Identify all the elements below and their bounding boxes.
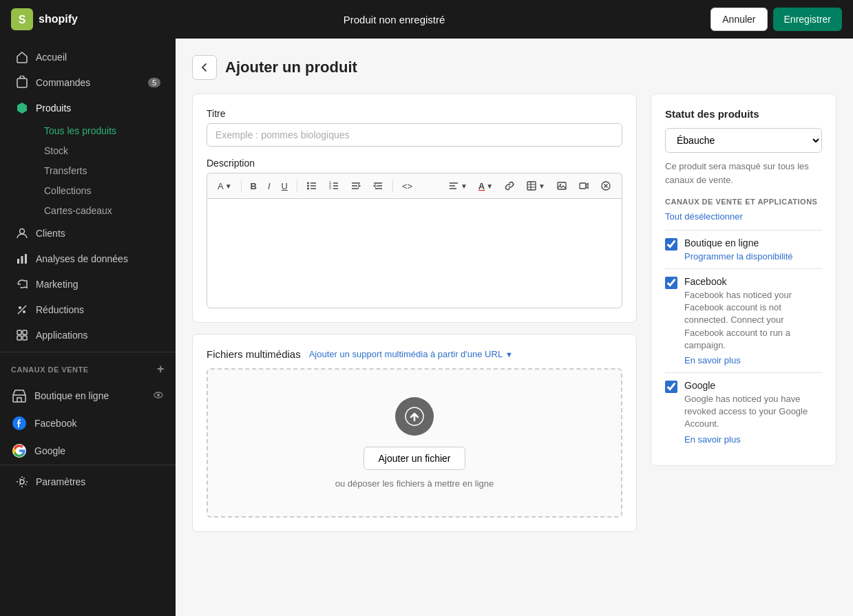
media-card: Fichiers multimédias Ajouter un support … (192, 334, 637, 532)
content-main: Titre Description A ▼ B I U (192, 94, 637, 532)
canaux-title: CANAUX DE VENTE ET APPLICATIONS (665, 198, 822, 206)
status-select[interactable]: Ébauche Actif (665, 128, 822, 153)
add-channel-icon[interactable]: + (157, 362, 165, 376)
upload-icon (395, 397, 434, 436)
sidebar-item-clients[interactable]: Clients (4, 221, 171, 246)
shopify-wordmark: shopify (39, 13, 78, 25)
sidebar-item-transferts[interactable]: Transferts (36, 161, 171, 180)
media-header: Fichiers multimédias Ajouter un support … (207, 348, 622, 360)
svg-rect-9 (17, 330, 21, 334)
facebook-channel-info: Facebook Facebook has noticed your Faceb… (684, 276, 822, 365)
media-url-link[interactable]: Ajouter un support multimédia à partir d… (309, 349, 513, 359)
shopify-logo-icon: S (11, 8, 33, 30)
outdent-btn[interactable] (346, 178, 366, 194)
facebook-checkbox[interactable] (665, 277, 677, 289)
sidebar-item-commandes[interactable]: Commandes 5 (4, 70, 171, 95)
sidebar-channel-google[interactable]: Google (0, 437, 176, 465)
sidebar-channel-boutique[interactable]: Boutique en ligne (0, 382, 176, 410)
toolbar-separator-3 (392, 179, 393, 193)
sidebar-item-stock[interactable]: Stock (36, 141, 171, 160)
upload-file-button[interactable]: Ajouter un fichier (364, 447, 465, 470)
text-color-btn[interactable]: A ▼ (474, 178, 498, 194)
sidebar-item-accueil[interactable]: Accueil (4, 45, 171, 70)
eye-icon[interactable] (152, 389, 165, 403)
back-button[interactable] (192, 55, 217, 80)
indent-btn[interactable] (368, 178, 388, 194)
underline-btn[interactable]: U (277, 178, 293, 194)
boutique-channel-name: Boutique en ligne (684, 237, 822, 248)
clear-btn[interactable] (596, 178, 616, 194)
svg-rect-26 (558, 182, 566, 189)
table-btn[interactable]: ▼ (521, 178, 550, 194)
sidebar-item-label: Applications (36, 330, 88, 341)
video-btn[interactable] (573, 178, 594, 194)
sidebar-item-label: Commandes (36, 77, 90, 88)
sidebar: Accueil Commandes 5 Produits Tous les pr… (0, 39, 176, 616)
boutique-availability-link[interactable]: Programmer la disponibilité (684, 251, 793, 262)
google-learn-more-link[interactable]: En savoir plus (684, 434, 741, 445)
svg-rect-28 (580, 183, 586, 189)
sidebar-item-analyses[interactable]: Analyses de données (4, 246, 171, 271)
svg-rect-12 (23, 336, 27, 340)
boutique-checkbox[interactable] (665, 238, 677, 251)
enregistrer-button[interactable]: Enregistrer (773, 8, 842, 31)
status-description: Ce produit sera masqué sur tous les cana… (665, 160, 822, 187)
svg-rect-10 (23, 330, 27, 334)
text-color-label: A (478, 181, 485, 191)
facebook-icon (11, 415, 28, 432)
titre-input[interactable] (207, 123, 622, 147)
content-grid: Titre Description A ▼ B I U (192, 94, 836, 532)
titre-description-card: Titre Description A ▼ B I U (192, 94, 637, 323)
chevron-color-icon: ▼ (486, 182, 493, 190)
sidebar-item-cartes[interactable]: Cartes-cadeaux (36, 201, 171, 220)
channel-row-facebook: Facebook Facebook has noticed your Faceb… (665, 268, 822, 372)
page-header: Ajouter un produit (192, 55, 836, 80)
svg-rect-13 (13, 395, 25, 402)
sidebar-produits-sub: Tous les produits Stock Transferts Colle… (0, 121, 176, 220)
layout: Accueil Commandes 5 Produits Tous les pr… (0, 39, 853, 616)
google-label: Google (34, 445, 65, 456)
statut-card: Statut des produits Ébauche Actif Ce pro… (651, 94, 836, 466)
upload-arrow-icon (405, 407, 424, 426)
sidebar-channel-facebook[interactable]: Facebook (0, 410, 176, 437)
sidebar-item-marketing[interactable]: Marketing (4, 272, 171, 297)
bold-btn[interactable]: B (246, 178, 262, 194)
sidebar-item-parametres[interactable]: Paramètres (4, 469, 171, 494)
sidebar-sub-label: Tous les produits (44, 125, 116, 136)
settings-icon (15, 475, 29, 489)
svg-text:S: S (19, 14, 26, 25)
italic-btn[interactable]: I (263, 178, 275, 194)
sidebar-item-applications[interactable]: Applications (4, 323, 171, 348)
sidebar-item-collections[interactable]: Collections (36, 181, 171, 200)
svg-rect-6 (25, 254, 27, 264)
ol-btn[interactable]: 1.2.3. (324, 178, 344, 194)
channel-row-boutique: Boutique en ligne Programmer la disponib… (665, 230, 822, 268)
sidebar-item-reductions[interactable]: Réductions (4, 297, 171, 322)
deselect-all-link[interactable]: Tout désélectionner (665, 211, 822, 222)
svg-point-8 (23, 310, 25, 313)
description-editor[interactable] (207, 198, 622, 308)
code-btn[interactable]: <> (397, 178, 417, 194)
channel-row-google: Google Google has noticed you have revok… (665, 372, 822, 452)
canaux-vente-header: CANAUX DE VENTE + (0, 357, 176, 382)
page-title: Ajouter un produit (225, 59, 357, 76)
align-btn[interactable]: ▼ (443, 178, 472, 194)
sidebar-item-produits[interactable]: Produits (4, 96, 171, 120)
svg-rect-4 (17, 259, 19, 264)
ul-btn[interactable] (302, 178, 322, 194)
annuler-button[interactable]: Annuler (710, 8, 767, 31)
svg-rect-2 (17, 78, 27, 87)
upload-zone[interactable]: Ajouter un fichier ou déposer les fichie… (207, 368, 622, 518)
image-btn[interactable] (551, 178, 572, 194)
apps-icon (15, 328, 29, 342)
editor-toolbar: A ▼ B I U 1.2.3. (207, 173, 622, 198)
heading-btn[interactable]: A ▼ (213, 178, 237, 194)
svg-text:3.: 3. (329, 186, 332, 190)
products-icon (15, 101, 29, 115)
link-btn[interactable] (499, 178, 520, 194)
google-checkbox[interactable] (665, 381, 677, 393)
heading-label: A (218, 181, 224, 191)
sidebar-item-tous-produits[interactable]: Tous les produits (36, 121, 171, 140)
table-icon (526, 180, 537, 191)
facebook-learn-more-link[interactable]: En savoir plus (684, 355, 741, 365)
